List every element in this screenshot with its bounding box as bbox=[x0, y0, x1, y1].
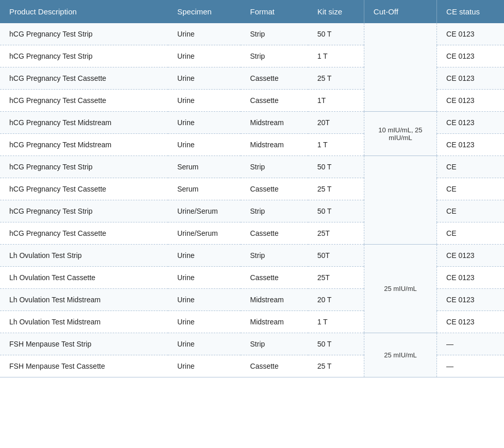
cell-cestatus: CE 0123 bbox=[437, 245, 504, 267]
cell-cestatus: CE 0123 bbox=[437, 267, 504, 289]
cell-product: hCG Pregnancy Test Midstream bbox=[0, 134, 168, 156]
cell-cestatus: CE 0123 bbox=[437, 23, 504, 45]
cell-format: Midstream bbox=[241, 112, 308, 134]
cell-specimen: Serum bbox=[168, 156, 241, 178]
cell-product: Lh Ovulation Test Midstream bbox=[0, 289, 168, 311]
cell-product: hCG Pregnancy Test Strip bbox=[0, 45, 168, 67]
cell-specimen: Urine bbox=[168, 333, 241, 355]
cell-cutoff bbox=[364, 23, 436, 112]
cell-specimen: Urine bbox=[168, 245, 241, 267]
cell-cestatus: CE bbox=[437, 222, 504, 245]
cell-kitsize: 20 T bbox=[308, 289, 364, 311]
cell-kitsize: 50 T bbox=[308, 200, 364, 222]
cell-specimen: Serum bbox=[168, 178, 241, 200]
cell-product: hCG Pregnancy Test Cassette bbox=[0, 67, 168, 90]
cell-format: Strip bbox=[241, 23, 308, 45]
cell-format: Cassette bbox=[241, 178, 308, 200]
cell-format: Strip bbox=[241, 45, 308, 67]
cell-format: Strip bbox=[241, 245, 308, 267]
cell-specimen: Urine bbox=[168, 355, 241, 377]
cell-format: Midstream bbox=[241, 311, 308, 333]
col-header-kitsize: Kit size bbox=[308, 0, 364, 23]
cell-product: Lh Ovulation Test Strip bbox=[0, 245, 168, 267]
cell-cestatus: CE 0123 bbox=[437, 67, 504, 90]
cell-cutoff: 25 mIU/mL bbox=[364, 333, 436, 377]
cell-kitsize: 50 T bbox=[308, 333, 364, 355]
cell-kitsize: 50 T bbox=[308, 156, 364, 178]
cell-format: Strip bbox=[241, 200, 308, 222]
cell-product: hCG Pregnancy Test Cassette bbox=[0, 178, 168, 200]
cell-format: Cassette bbox=[241, 90, 308, 112]
cell-specimen: Urine/Serum bbox=[168, 222, 241, 245]
cell-cestatus: — bbox=[437, 333, 504, 355]
cell-kitsize: 25T bbox=[308, 267, 364, 289]
cell-cestatus: CE 0123 bbox=[437, 45, 504, 67]
cell-format: Cassette bbox=[241, 222, 308, 245]
table-header-row: Product Description Specimen Format Kit … bbox=[0, 0, 504, 23]
cell-product: Lh Ovulation Test Midstream bbox=[0, 311, 168, 333]
table-row: hCG Pregnancy Test StripUrineStrip50 TCE… bbox=[0, 23, 504, 45]
cell-specimen: Urine bbox=[168, 311, 241, 333]
cell-format: Cassette bbox=[241, 267, 308, 289]
cell-kitsize: 25 T bbox=[308, 355, 364, 377]
col-header-product: Product Description bbox=[0, 0, 168, 23]
cell-format: Midstream bbox=[241, 134, 308, 156]
cell-cestatus: CE bbox=[437, 156, 504, 178]
cell-cestatus: CE 0123 bbox=[437, 134, 504, 156]
cell-cestatus: CE 0123 bbox=[437, 311, 504, 333]
cell-kitsize: 20T bbox=[308, 112, 364, 134]
table-row: FSH Menpause Test StripUrineStrip50 T25 … bbox=[0, 333, 504, 355]
cell-cestatus: — bbox=[437, 355, 504, 377]
cell-specimen: Urine bbox=[168, 289, 241, 311]
cell-product: FSH Menpause Test Cassette bbox=[0, 355, 168, 377]
cell-cutoff: 25 mIU/mL bbox=[364, 245, 436, 333]
cell-kitsize: 1 T bbox=[308, 134, 364, 156]
cell-product: hCG Pregnancy Test Cassette bbox=[0, 90, 168, 112]
cell-kitsize: 25 T bbox=[308, 178, 364, 200]
col-header-format: Format bbox=[241, 0, 308, 23]
cell-format: Cassette bbox=[241, 67, 308, 90]
cell-specimen: Urine bbox=[168, 45, 241, 67]
cell-format: Strip bbox=[241, 156, 308, 178]
product-table: Product Description Specimen Format Kit … bbox=[0, 0, 504, 377]
cell-kitsize: 50 T bbox=[308, 23, 364, 45]
cell-cestatus: CE bbox=[437, 178, 504, 200]
table-row: Lh Ovulation Test StripUrineStrip50T25 m… bbox=[0, 245, 504, 267]
cell-cestatus: CE 0123 bbox=[437, 289, 504, 311]
cell-cutoff: 10 mIU/mL, 25 mIU/mL bbox=[364, 112, 436, 156]
cell-specimen: Urine bbox=[168, 267, 241, 289]
cell-format: Midstream bbox=[241, 289, 308, 311]
table-row: hCG Pregnancy Test StripSerumStrip50 TCE bbox=[0, 156, 504, 178]
cell-kitsize: 25 T bbox=[308, 67, 364, 90]
cell-cestatus: CE bbox=[437, 200, 504, 222]
table-row: hCG Pregnancy Test MidstreamUrineMidstre… bbox=[0, 112, 504, 134]
cell-specimen: Urine bbox=[168, 90, 241, 112]
col-header-specimen: Specimen bbox=[168, 0, 241, 23]
cell-product: hCG Pregnancy Test Cassette bbox=[0, 222, 168, 245]
cell-product: hCG Pregnancy Test Midstream bbox=[0, 112, 168, 134]
cell-cestatus: CE 0123 bbox=[437, 90, 504, 112]
cell-kitsize: 50T bbox=[308, 245, 364, 267]
cell-format: Cassette bbox=[241, 355, 308, 377]
cell-kitsize: 1 T bbox=[308, 45, 364, 67]
col-header-cutoff: Cut-Off bbox=[364, 0, 436, 23]
cell-specimen: Urine bbox=[168, 112, 241, 134]
cell-cestatus: CE 0123 bbox=[437, 112, 504, 134]
cell-product: hCG Pregnancy Test Strip bbox=[0, 200, 168, 222]
cell-specimen: Urine bbox=[168, 67, 241, 90]
cell-kitsize: 25T bbox=[308, 222, 364, 245]
cell-product: hCG Pregnancy Test Strip bbox=[0, 23, 168, 45]
cell-product: hCG Pregnancy Test Strip bbox=[0, 156, 168, 178]
cell-product: FSH Menpause Test Strip bbox=[0, 333, 168, 355]
cell-specimen: Urine bbox=[168, 23, 241, 45]
cell-specimen: Urine/Serum bbox=[168, 200, 241, 222]
cell-specimen: Urine bbox=[168, 134, 241, 156]
cell-kitsize: 1T bbox=[308, 90, 364, 112]
col-header-cestatus: CE status bbox=[437, 0, 504, 23]
cell-product: Lh Ovulation Test Cassette bbox=[0, 267, 168, 289]
cell-format: Strip bbox=[241, 333, 308, 355]
cell-cutoff bbox=[364, 156, 436, 245]
cell-kitsize: 1 T bbox=[308, 311, 364, 333]
